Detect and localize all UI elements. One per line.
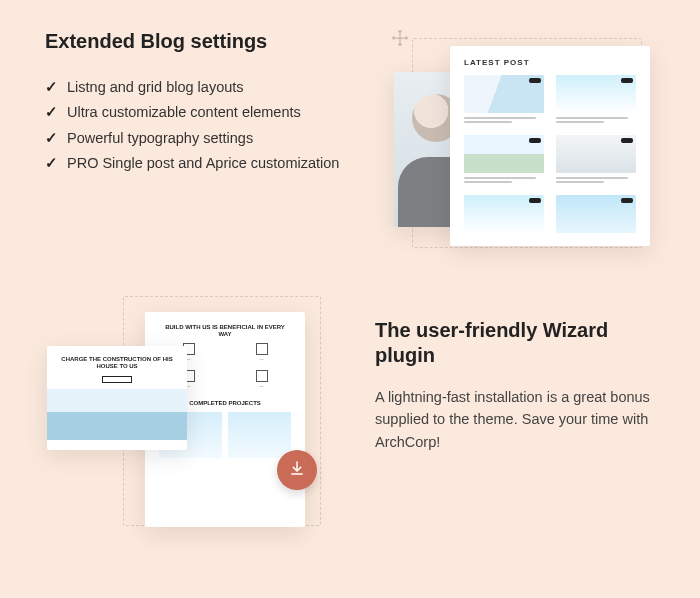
service-icon-item: — [232,370,291,388]
service-icon-item: — [232,343,291,361]
feature-item: Ultra customizable content elements [45,100,380,125]
top-preview-graphic: LATEST POST [400,30,660,255]
feature-list: Listng and grid blog layouts Ultra custo… [45,75,380,177]
services-hero-title: BUILD WITH US IS BENEFICIAL IN EVERY WAY [159,324,291,337]
bottom-text-block: The user-friendly Wizard plugin A lightn… [375,310,655,453]
post-thumb [556,135,636,173]
post-thumb [464,135,544,173]
bottom-section: BUILD WITH US IS BENEFICIAL IN EVERY WAY… [45,310,655,550]
post-thumb [464,75,544,113]
hero-card-image [47,389,187,440]
hero-card-button [102,376,132,384]
post-item [556,195,636,233]
post-thumb [464,195,544,233]
top-section: Extended Blog settings Listng and grid b… [45,30,660,255]
bottom-preview-graphic: BUILD WITH US IS BENEFICIAL IN EVERY WAY… [45,310,335,550]
latest-post-label: LATEST POST [464,58,636,67]
move-icon [390,28,410,52]
hero-card-title: CHARGE THE CONSTRUCTION OF HIS HOUSE TO … [57,356,177,370]
download-badge[interactable] [277,450,317,490]
post-thumb [556,75,636,113]
post-item [464,195,544,233]
post-item [556,75,636,125]
top-heading: Extended Blog settings [45,30,380,53]
feature-item: Listng and grid blog layouts [45,75,380,100]
post-thumb [556,195,636,233]
preview-hero-card: CHARGE THE CONSTRUCTION OF HIS HOUSE TO … [47,346,187,450]
bottom-body: A lightning-fast installation is a great… [375,386,655,453]
bottom-heading: The user-friendly Wizard plugin [375,318,655,368]
feature-item: PRO Single post and Aprice customization [45,151,380,176]
download-icon [288,459,306,481]
feature-item: Powerful typography settings [45,126,380,151]
preview-blog-card: LATEST POST [450,46,650,246]
post-item [556,135,636,185]
post-grid [464,75,636,233]
post-item [464,135,544,185]
post-item [464,75,544,125]
gallery-thumb [228,412,291,458]
top-text-block: Extended Blog settings Listng and grid b… [45,30,380,255]
